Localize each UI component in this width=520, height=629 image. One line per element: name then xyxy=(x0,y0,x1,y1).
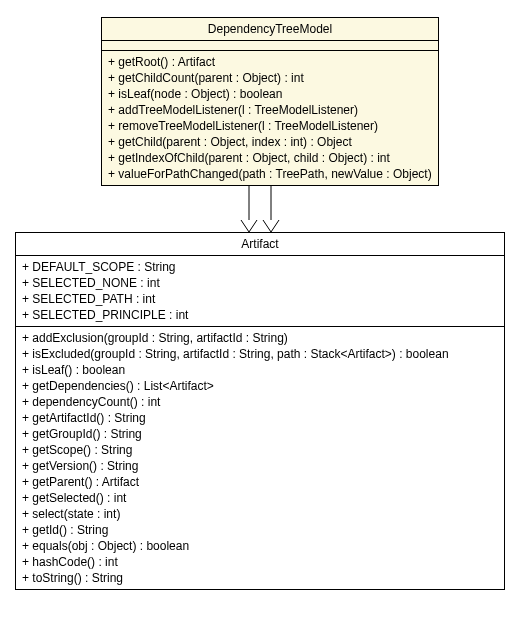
method: + getArtifactId() : String xyxy=(22,410,498,426)
method: + getGroupId() : String xyxy=(22,426,498,442)
method: + getParent() : Artifact xyxy=(22,474,498,490)
method: + addExclusion(groupId : String, artifac… xyxy=(22,330,498,346)
dependency-arrows xyxy=(230,185,290,235)
method: + toString() : String xyxy=(22,570,498,586)
field: + SELECTED_PATH : int xyxy=(22,291,498,307)
method: + addTreeModelListener(l : TreeModelList… xyxy=(108,102,432,118)
method: + getRoot() : Artifact xyxy=(108,54,432,70)
method: + getSelected() : int xyxy=(22,490,498,506)
method: + isLeaf(node : Object) : boolean xyxy=(108,86,432,102)
field: + SELECTED_PRINCIPLE : int xyxy=(22,307,498,323)
methods-compartment: + getRoot() : Artifact + getChildCount(p… xyxy=(102,51,438,185)
fields-compartment-empty xyxy=(102,41,438,51)
class-title: Artifact xyxy=(16,233,504,256)
method: + getVersion() : String xyxy=(22,458,498,474)
method: + getIndexOfChild(parent : Object, child… xyxy=(108,150,432,166)
class-title: DependencyTreeModel xyxy=(102,18,438,41)
method: + getChild(parent : Object, index : int)… xyxy=(108,134,432,150)
method: + dependencyCount() : int xyxy=(22,394,498,410)
method: + getChildCount(parent : Object) : int xyxy=(108,70,432,86)
method: + valueForPathChanged(path : TreePath, n… xyxy=(108,166,432,182)
method: + equals(obj : Object) : boolean xyxy=(22,538,498,554)
method: + getId() : String xyxy=(22,522,498,538)
method: + hashCode() : int xyxy=(22,554,498,570)
fields-compartment: + DEFAULT_SCOPE : String + SELECTED_NONE… xyxy=(16,256,504,327)
method: + isLeaf() : boolean xyxy=(22,362,498,378)
method: + getDependencies() : List<Artifact> xyxy=(22,378,498,394)
method: + isExcluded(groupId : String, artifactI… xyxy=(22,346,498,362)
method: + select(state : int) xyxy=(22,506,498,522)
field: + SELECTED_NONE : int xyxy=(22,275,498,291)
methods-compartment: + addExclusion(groupId : String, artifac… xyxy=(16,327,504,589)
field: + DEFAULT_SCOPE : String xyxy=(22,259,498,275)
method: + removeTreeModelListener(l : TreeModelL… xyxy=(108,118,432,134)
uml-class-artifact: Artifact + DEFAULT_SCOPE : String + SELE… xyxy=(15,232,505,590)
uml-class-dependencytreemodel: DependencyTreeModel + getRoot() : Artifa… xyxy=(101,17,439,186)
method: + getScope() : String xyxy=(22,442,498,458)
